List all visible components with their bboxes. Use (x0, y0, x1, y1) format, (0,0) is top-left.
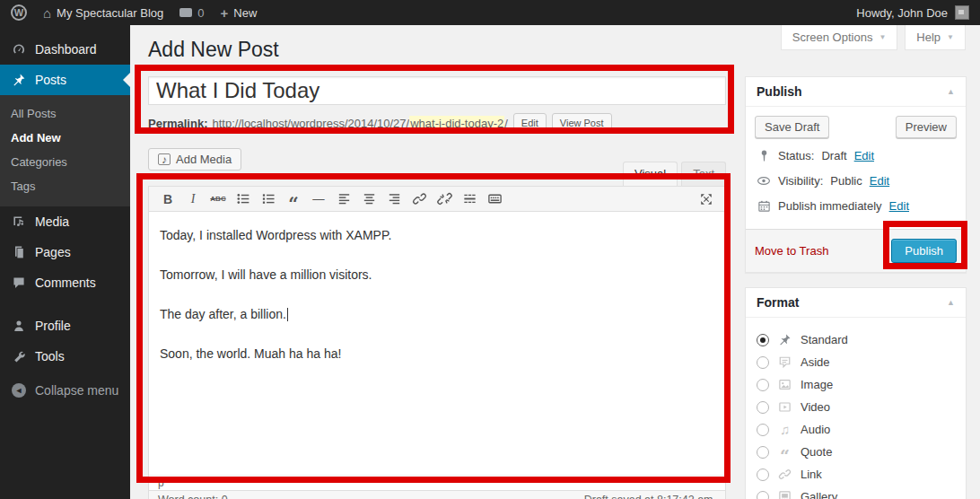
publish-button[interactable]: Publish (891, 239, 957, 263)
permalink-row: Permalink: http://localhost/wordpress/20… (148, 112, 726, 134)
format-box: Format ▲ Standard (745, 287, 967, 499)
add-media-button[interactable]: ♪ Add Media (148, 148, 241, 171)
post-title-input[interactable] (148, 76, 726, 105)
strikethrough-icon[interactable]: ABC (206, 189, 230, 209)
format-option-audio[interactable]: ♫ Audio (757, 422, 955, 437)
wp-logo-icon: W (11, 4, 27, 21)
sidebar-item-tools[interactable]: Tools (0, 341, 130, 372)
radio-gallery[interactable] (757, 491, 769, 499)
format-box-title: Format (757, 295, 799, 310)
format-option-quote[interactable]: “ Quote (757, 444, 955, 460)
draft-saved-status: Draft saved at 8:17:42 am. (584, 494, 716, 499)
edit-status-link[interactable]: Edit (854, 149, 874, 162)
text-cursor (287, 308, 288, 321)
collapse-icon: ◄ (11, 383, 27, 398)
dashboard-icon (11, 42, 27, 57)
radio-quote[interactable] (757, 446, 769, 459)
status-row: Status: Draft Edit (757, 149, 955, 162)
sidebar-item-media[interactable]: Media (0, 206, 130, 237)
chevron-down-icon: ▼ (879, 33, 886, 41)
link-icon[interactable] (407, 189, 431, 209)
format-option-link[interactable]: Link (757, 467, 955, 482)
help-tab[interactable]: Help ▼ (905, 25, 966, 50)
editor-paragraph: Today, I installed Wordpress with XAMPP. (160, 226, 714, 244)
radio-image[interactable] (757, 379, 769, 391)
collapse-toggle-icon[interactable]: ▲ (947, 298, 955, 307)
sidebar-item-collapse-menu[interactable]: ◄ Collapse menu (0, 375, 130, 406)
submenu-item-add-new[interactable]: Add New (0, 126, 130, 150)
radio-audio[interactable] (757, 424, 769, 436)
content-area: Screen Options ▼ Help ▼ Add New Post Per… (130, 25, 980, 499)
unlink-icon[interactable] (433, 189, 456, 209)
format-option-gallery[interactable]: Gallery (757, 489, 955, 499)
permalink-slug: what-i-did-today-2 (409, 116, 504, 131)
italic-icon[interactable]: I (181, 189, 205, 209)
admin-menu: Dashboard Posts All Posts Add New Catego… (0, 25, 130, 499)
tab-text[interactable]: Text (681, 162, 726, 186)
wp-logo-menu[interactable]: W (11, 4, 27, 21)
radio-standard[interactable] (757, 334, 769, 346)
format-option-standard[interactable]: Standard (757, 332, 955, 347)
view-post-button[interactable]: View Post (552, 113, 612, 133)
align-center-icon[interactable] (357, 189, 381, 209)
post-body-editor[interactable]: Today, I installed Wordpress with XAMPP.… (149, 212, 725, 475)
submenu-item-categories[interactable]: Categories (0, 150, 130, 174)
howdy-label[interactable]: Howdy, John Doe (856, 6, 948, 20)
visibility-icon (757, 173, 771, 188)
numbered-list-icon[interactable] (257, 189, 280, 209)
site-name-link[interactable]: ⌂ My Spectacular Blog (43, 5, 163, 21)
preview-button[interactable]: Preview (896, 116, 957, 138)
tab-visual[interactable]: Visual (623, 162, 678, 186)
bold-icon[interactable]: B (156, 189, 179, 209)
collapse-toggle-icon[interactable]: ▲ (947, 87, 955, 96)
radio-video[interactable] (757, 401, 769, 414)
status-value: Draft (821, 149, 846, 162)
toolbar-toggle-icon[interactable] (483, 189, 506, 209)
schedule-row: Publish immediately Edit (757, 199, 955, 213)
radio-link[interactable] (757, 468, 769, 481)
radio-aside[interactable] (757, 356, 769, 369)
blockquote-icon[interactable]: “ (282, 189, 305, 209)
posts-pin-icon (11, 73, 27, 87)
sidebar-item-pages[interactable]: Pages (0, 237, 130, 267)
align-left-icon[interactable] (332, 189, 355, 209)
sidebar-item-posts[interactable]: Posts (0, 65, 130, 95)
format-option-video[interactable]: Video (757, 399, 955, 415)
sidebar-item-label: Collapse menu (35, 383, 118, 398)
comments-bubble-icon (179, 8, 192, 17)
wordpress-admin-page: W ⌂ My Spectacular Blog 0 + New Howdy, J… (0, 0, 980, 499)
permalink-label: Permalink: (148, 117, 207, 130)
format-option-label: Image (801, 378, 833, 391)
edit-visibility-link[interactable]: Edit (870, 174, 889, 188)
admin-bar-comments[interactable]: 0 (179, 6, 204, 20)
sidebar-item-profile[interactable]: Profile (0, 311, 130, 341)
align-right-icon[interactable] (382, 189, 406, 209)
avatar[interactable] (955, 5, 969, 20)
bullet-list-icon[interactable] (232, 189, 255, 209)
admin-bar-new[interactable]: + New (221, 5, 258, 21)
horizontal-rule-icon[interactable]: — (307, 189, 330, 209)
submenu-item-all-posts[interactable]: All Posts (0, 101, 130, 126)
chevron-down-icon: ▼ (947, 33, 954, 41)
save-draft-button[interactable]: Save Draft (755, 116, 829, 138)
calendar-icon (757, 199, 771, 213)
move-to-trash-link[interactable]: Move to Trash (755, 244, 828, 258)
publish-box-title: Publish (757, 84, 802, 99)
schedule-label: Publish immediately (778, 199, 882, 213)
sidebar-item-comments[interactable]: Comments (0, 267, 130, 298)
fullscreen-icon[interactable] (695, 189, 718, 209)
status-icon (757, 149, 771, 162)
submenu-item-tags[interactable]: Tags (0, 174, 130, 198)
visual-editor: B I ABC “ — (148, 186, 726, 499)
more-tag-icon[interactable] (458, 189, 481, 209)
format-option-image[interactable]: Image (757, 377, 955, 392)
edit-permalink-button[interactable]: Edit (513, 113, 547, 133)
sidebar-item-label: Comments (35, 276, 96, 290)
format-option-label: Audio (801, 423, 830, 436)
editor-paragraph: Tomorrow, I will have a million visitors… (160, 266, 714, 284)
format-option-aside[interactable]: Aside (757, 355, 955, 370)
sidebar-item-dashboard[interactable]: Dashboard (0, 34, 130, 65)
screen-options-tab[interactable]: Screen Options ▼ (781, 25, 898, 50)
edit-schedule-link[interactable]: Edit (889, 199, 909, 213)
new-label: New (233, 6, 257, 20)
